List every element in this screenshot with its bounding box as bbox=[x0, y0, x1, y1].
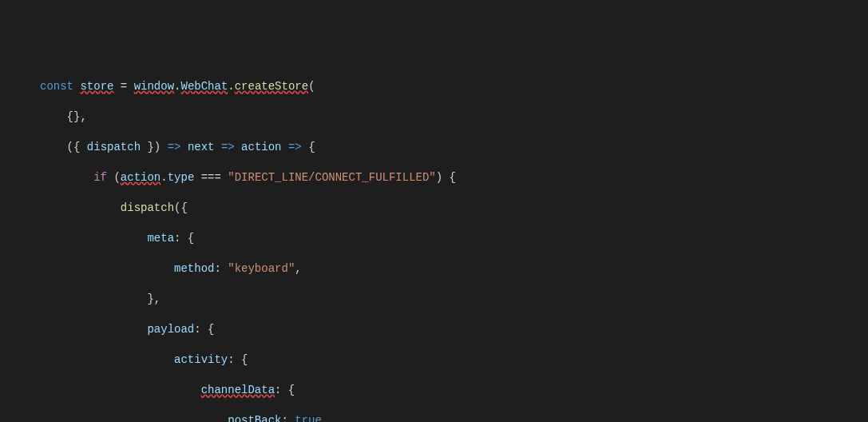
arrow: => bbox=[168, 141, 181, 153]
dot: . bbox=[161, 171, 167, 184]
key: method bbox=[174, 262, 214, 275]
brace: }, bbox=[147, 293, 161, 305]
keyword: const bbox=[40, 80, 73, 93]
property: WebChat bbox=[180, 80, 228, 93]
code-line: postBack: true, bbox=[0, 413, 868, 422]
brace: { bbox=[302, 141, 315, 153]
code-line: method: "keyboard", bbox=[0, 261, 868, 277]
code-line: if (action.type === "DIRECT_LINE/CONNECT… bbox=[0, 170, 868, 185]
paren: ( bbox=[308, 80, 315, 93]
object: action bbox=[121, 171, 161, 184]
space bbox=[214, 141, 220, 153]
arrow: => bbox=[221, 141, 235, 153]
punct: }) bbox=[141, 141, 168, 153]
property: type bbox=[168, 171, 195, 184]
punct: : bbox=[281, 414, 295, 422]
punct: : bbox=[214, 262, 228, 275]
param: action bbox=[241, 141, 281, 153]
function-call: dispatch bbox=[121, 201, 174, 214]
space bbox=[282, 141, 288, 153]
code-line: }, bbox=[0, 292, 868, 307]
code-line: const store = window.WebChat.createStore… bbox=[0, 79, 868, 94]
code-editor[interactable]: const store = window.WebChat.createStore… bbox=[0, 64, 868, 422]
punct: : { bbox=[194, 323, 214, 336]
boolean: true bbox=[295, 414, 322, 422]
string: "DIRECT_LINE/CONNECT_FULFILLED" bbox=[228, 171, 435, 184]
punct: = bbox=[113, 80, 133, 93]
key: activity bbox=[174, 353, 228, 366]
keyword: if bbox=[93, 171, 107, 184]
object: window bbox=[134, 80, 174, 93]
punct: ({ bbox=[67, 141, 87, 153]
dot: . bbox=[228, 80, 234, 93]
key: channelData bbox=[201, 384, 275, 396]
variable: store bbox=[80, 80, 113, 93]
code-line: {}, bbox=[0, 109, 868, 125]
code-line: channelData: { bbox=[0, 383, 868, 398]
function: createStore bbox=[235, 80, 308, 93]
space bbox=[180, 141, 187, 153]
operator: === bbox=[194, 171, 228, 184]
punct: ( bbox=[107, 171, 121, 184]
arrow: => bbox=[288, 141, 302, 153]
punct: ) { bbox=[436, 171, 456, 184]
key: postBack bbox=[228, 414, 281, 422]
punct: : { bbox=[228, 353, 248, 366]
code-line: dispatch({ bbox=[0, 201, 868, 216]
param: next bbox=[188, 141, 215, 153]
param: dispatch bbox=[87, 141, 141, 153]
comma: , bbox=[322, 414, 328, 422]
string: "keyboard" bbox=[228, 262, 295, 275]
code-line: meta: { bbox=[0, 231, 868, 246]
braces: {}, bbox=[67, 110, 87, 123]
punct: : { bbox=[275, 384, 295, 396]
key: payload bbox=[147, 323, 194, 336]
comma: , bbox=[295, 262, 301, 275]
code-line: ({ dispatch }) => next => action => { bbox=[0, 140, 868, 155]
code-line: activity: { bbox=[0, 352, 868, 368]
punct: : { bbox=[174, 232, 194, 245]
key: meta bbox=[147, 232, 174, 245]
space bbox=[235, 141, 241, 153]
punct: ({ bbox=[174, 201, 188, 214]
code-line: payload: { bbox=[0, 322, 868, 337]
